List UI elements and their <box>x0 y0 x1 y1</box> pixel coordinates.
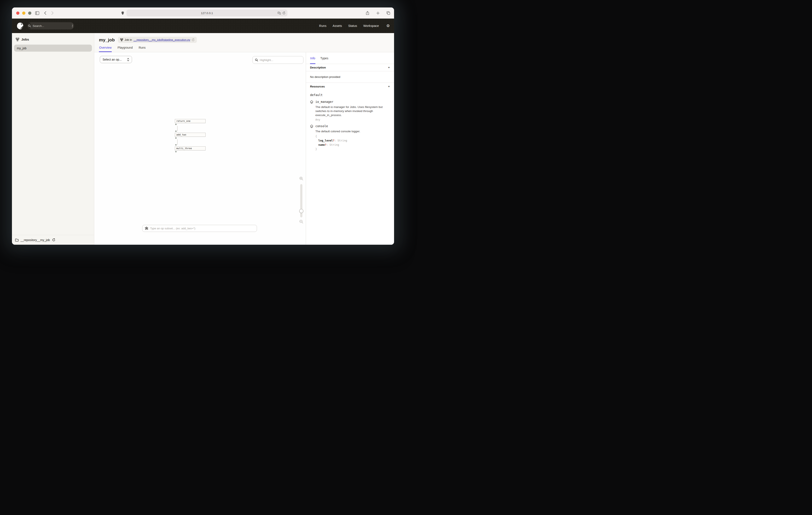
resource-diamond-icon <box>310 125 314 151</box>
new-tab-icon[interactable] <box>375 10 381 16</box>
minimize-window-button[interactable] <box>22 11 25 15</box>
app-nav: Runs Assets Status Workspace ⚙ <box>319 24 390 28</box>
desktop-background: 127.0.0.1 A <box>0 0 406 258</box>
page-title: my_job <box>99 37 115 43</box>
search-icon <box>28 23 31 29</box>
resource-io-manager: io_manager The default io manager for Jo… <box>310 100 390 121</box>
op-subset-filter[interactable] <box>142 225 257 232</box>
panel-tab-types[interactable]: Types <box>320 52 328 64</box>
section-title: Resources <box>310 85 325 88</box>
reload-icon[interactable] <box>283 11 285 15</box>
chevron-updown-icon <box>127 58 129 61</box>
resource-group-name: default <box>310 93 390 97</box>
zoom-slider-handle[interactable] <box>299 209 303 213</box>
chevron-down-icon: ▼ <box>388 66 390 69</box>
repository-name: __repository__my_job <box>21 238 50 242</box>
browser-toolbar: 127.0.0.1 A <box>12 7 394 19</box>
nav-workspace[interactable]: Workspace <box>364 24 379 28</box>
resources-section-header[interactable]: Resources ▼ <box>306 83 394 90</box>
reload-job-icon[interactable] <box>192 38 195 42</box>
sidebar-title: Jobs <box>21 37 29 42</box>
resources-list: default io_manager The default io manage… <box>306 90 394 158</box>
reload-repository-icon[interactable] <box>52 238 55 242</box>
resource-description: The default io manager for Jobs. Uses fi… <box>315 105 388 117</box>
global-search[interactable]: / <box>28 22 74 29</box>
window-controls <box>16 11 31 15</box>
dagster-logo[interactable] <box>16 22 24 30</box>
job-titlebar: my_job Job in __repository__my_job@pipel… <box>94 33 394 52</box>
highlight-search[interactable] <box>253 56 303 64</box>
nav-assets[interactable]: Assets <box>332 24 342 28</box>
job-icon <box>16 38 19 41</box>
schema-field: name?:String <box>315 143 360 147</box>
settings-gear-icon[interactable]: ⚙ <box>386 24 390 28</box>
zoom-in-icon[interactable] <box>299 177 303 181</box>
schema-close-brace: } <box>315 147 360 151</box>
section-title: Description <box>310 66 326 69</box>
input-port[interactable] <box>175 131 177 132</box>
edge-connector <box>177 139 178 145</box>
forward-button[interactable] <box>50 10 55 16</box>
tab-playground[interactable]: Playground <box>117 46 133 52</box>
sidebar-item-my-job[interactable]: my_job <box>14 45 92 52</box>
resource-description: The default colored console logger. <box>315 129 360 133</box>
job-origin-badge: Job in __repository__my_job@pipeline_exe… <box>118 37 197 43</box>
sidebar-item-label: my_job <box>17 47 26 50</box>
privacy-shield-icon[interactable] <box>120 10 125 16</box>
repository-link[interactable]: __repository__my_job@pipeline_execution.… <box>134 38 190 42</box>
search-shortcut-badge: / <box>72 24 73 28</box>
op-node-return-one[interactable]: return_one <box>175 119 206 123</box>
resource-type: Any <box>315 118 388 121</box>
search-input[interactable] <box>31 24 72 28</box>
op-node-add-two[interactable]: add_two <box>175 133 206 137</box>
op-selector-label: Select an op... <box>103 58 122 61</box>
description-empty-text: No description provided <box>306 71 394 83</box>
schema-open-brace: { <box>315 134 360 138</box>
jobs-sidebar: Jobs my_job __repository__my_job <box>12 33 94 245</box>
op-subset-input[interactable] <box>150 227 254 230</box>
op-graph-canvas[interactable]: Select an op... <box>94 52 306 245</box>
op-name: return_one <box>176 120 191 123</box>
output-port[interactable] <box>175 151 177 152</box>
tab-runs[interactable]: Runs <box>138 46 146 52</box>
op-name: multi_three <box>176 147 192 150</box>
resource-name: io_manager <box>315 100 388 104</box>
close-window-button[interactable] <box>16 11 20 15</box>
job-icon-small <box>120 38 123 41</box>
output-port[interactable] <box>175 124 177 125</box>
description-section-header[interactable]: Description ▼ <box>306 64 394 71</box>
schema-field: log_level?:String <box>315 138 360 143</box>
zoom-out-icon[interactable] <box>299 220 303 223</box>
zoom-window-button[interactable] <box>28 11 31 15</box>
op-name: add_two <box>176 133 186 136</box>
sidebar-header: Jobs <box>12 33 94 44</box>
browser-sidebar-icon[interactable] <box>34 10 40 16</box>
output-port[interactable] <box>175 137 177 139</box>
op-node-multi-three[interactable]: multi_three <box>175 146 206 151</box>
tab-overview-icon[interactable] <box>385 10 391 16</box>
badge-prefix: Job in <box>124 38 132 42</box>
panel-tab-info[interactable]: Info <box>310 52 315 64</box>
highlight-input[interactable] <box>260 58 301 62</box>
resource-console: console The default colored console logg… <box>310 125 390 151</box>
op-selector-dropdown[interactable]: Select an op... <box>100 56 132 63</box>
back-button[interactable] <box>42 10 48 16</box>
translate-icon[interactable]: A <box>278 12 281 15</box>
resource-diamond-icon <box>310 100 314 121</box>
browser-window: 127.0.0.1 A <box>12 7 394 245</box>
address-bar[interactable]: 127.0.0.1 A <box>126 9 287 17</box>
edge-connector <box>177 126 178 131</box>
input-port[interactable] <box>175 144 177 145</box>
nav-status[interactable]: Status <box>348 24 357 28</box>
repository-row: __repository__my_job <box>12 235 94 245</box>
config-schema: { log_level?:String name?:String } <box>315 134 360 151</box>
op-selector-graph-icon <box>145 227 148 230</box>
folder-icon <box>15 239 19 242</box>
share-icon[interactable] <box>365 10 370 16</box>
tab-overview[interactable]: Overview <box>99 46 112 52</box>
svg-text:A: A <box>278 12 279 13</box>
panel-tabs: Info Types <box>306 52 394 64</box>
info-panel: Info Types Description ▼ No description … <box>306 52 394 245</box>
job-tabs: Overview Playground Runs <box>99 46 389 52</box>
nav-runs[interactable]: Runs <box>319 24 326 28</box>
